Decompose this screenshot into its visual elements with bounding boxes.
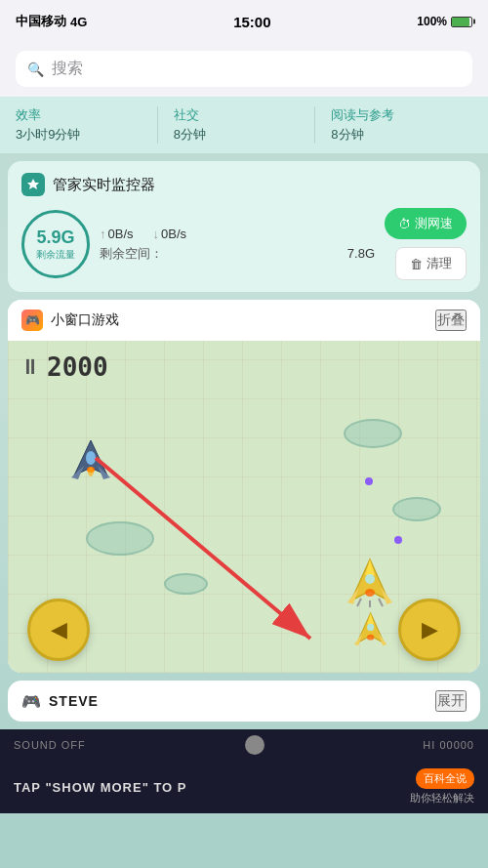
game-controls: ◀ ▶	[8, 599, 480, 661]
right-controls: ▶	[351, 599, 461, 661]
badge-area: 百科全说 助你轻松解决	[410, 768, 474, 806]
clean-button[interactable]: 🗑 清理	[395, 247, 467, 280]
search-input[interactable]: 🔍 搜索	[16, 51, 472, 87]
battery-icon	[451, 17, 472, 27]
speed-btn-label: 测网速	[415, 215, 453, 232]
left-button[interactable]: ◀	[27, 599, 90, 661]
game-status-bar: SOUND OFF HI 00000	[0, 729, 488, 761]
circle-label: 剩余流量	[36, 248, 75, 262]
speed-row: 0B/s 0B/s	[100, 227, 375, 241]
game-title-row: 🎮 小窗口游戏	[21, 310, 119, 331]
status-left: 中国移动 4G	[16, 13, 87, 30]
clean-btn-label: 清理	[427, 255, 452, 272]
space-row: 剩余空间： 7.8G	[100, 245, 375, 263]
stat-social: 社交 8分钟	[157, 106, 315, 144]
speed-test-button[interactable]: ⏱ 测网速	[385, 208, 467, 239]
stats-row: 效率 3小时9分钟 社交 8分钟 阅读与参考 8分钟	[0, 97, 488, 153]
clean-icon: 🗑	[410, 257, 423, 271]
battery-percent: 100%	[417, 15, 447, 28]
speed-down: 0B/s	[153, 227, 187, 241]
score-display: ⏸ 2000	[20, 352, 108, 382]
monitor-icon	[21, 173, 45, 196]
stat-social-label: 社交	[174, 106, 315, 124]
stat-reading-value: 8分钟	[331, 126, 472, 144]
monitor-title: 管家实时监控器	[53, 176, 155, 194]
dot-1	[365, 477, 373, 485]
game-app-icon: 🎮	[21, 310, 43, 331]
collapse-button[interactable]: 折叠	[435, 310, 467, 331]
circle-value: 5.9G	[36, 227, 74, 248]
steve-icon: 🎮	[21, 692, 41, 711]
stat-reading: 阅读与参考 8分钟	[314, 106, 472, 144]
svg-point-12	[365, 574, 375, 584]
tap-more-text: TAP "SHOW MORE" TO P	[14, 780, 187, 795]
stat-reading-label: 阅读与参考	[331, 106, 472, 124]
stat-efficiency-value: 3小时9分钟	[16, 126, 157, 144]
monitor-card: 管家实时监控器 5.9G 剩余流量 0B/s 0B/s 剩余空间： 7.8G ⏱…	[8, 161, 480, 292]
stat-efficiency-label: 效率	[16, 106, 157, 124]
game-title: 小窗口游戏	[51, 311, 119, 329]
monitor-stats: 0B/s 0B/s 剩余空间： 7.8G	[100, 227, 375, 263]
monitor-actions: ⏱ 测网速 🗑 清理	[385, 208, 467, 280]
steve-widget: 🎮 STEVE 展开	[8, 681, 480, 722]
search-bar-container: 🔍 搜索	[0, 43, 488, 97]
speed-icon: ⏱	[398, 217, 411, 231]
data-circle: 5.9G 剩余流量	[21, 210, 90, 278]
search-placeholder: 搜索	[52, 59, 83, 79]
search-icon: 🔍	[27, 62, 44, 77]
sound-off-text: SOUND OFF	[14, 739, 86, 751]
game-widget: 🎮 小窗口游戏 折叠 ⏸ 2000	[8, 300, 480, 673]
status-time: 15:00	[233, 14, 270, 30]
expand-label: 展开	[437, 692, 465, 708]
expand-button[interactable]: 展开	[435, 690, 467, 712]
monitor-header: 管家实时监控器	[21, 173, 467, 196]
steve-left: 🎮 STEVE	[21, 692, 99, 711]
space-value: 7.8G	[347, 246, 375, 261]
dot-2	[394, 536, 402, 544]
enemy-ship	[344, 556, 392, 604]
hi-score-text: HI 00000	[423, 739, 474, 751]
tap-more-row: TAP "SHOW MORE" TO P 百科全说 助你轻松解决	[0, 761, 488, 813]
status-circle	[245, 735, 264, 755]
ufo-1	[344, 419, 402, 448]
score-text: 2000	[47, 352, 108, 382]
status-right: 100%	[417, 15, 472, 28]
network-text: 4G	[70, 15, 87, 29]
shuttle-icon	[351, 608, 390, 651]
stat-efficiency: 效率 3小时9分钟	[16, 106, 157, 144]
game-canvas[interactable]: ⏸ 2000	[8, 341, 480, 673]
svg-point-22	[367, 635, 374, 641]
space-label: 剩余空间：	[100, 245, 163, 263]
svg-point-13	[365, 589, 375, 597]
ufo-2	[392, 497, 441, 521]
helper-text: 助你轻松解决	[410, 791, 474, 806]
monitor-body: 5.9G 剩余流量 0B/s 0B/s 剩余空间： 7.8G ⏱ 测网速 🗑 清…	[21, 208, 467, 280]
stat-social-value: 8分钟	[174, 126, 315, 144]
game-header: 🎮 小窗口游戏 折叠	[8, 300, 480, 341]
speed-up: 0B/s	[100, 227, 134, 241]
steve-name: STEVE	[49, 693, 99, 709]
status-bar: 中国移动 4G 15:00 100%	[0, 0, 488, 43]
collapse-label: 折叠	[437, 311, 465, 327]
baike-badge: 百科全说	[416, 768, 474, 789]
svg-point-21	[367, 624, 374, 631]
carrier-text: 中国移动	[16, 13, 66, 30]
right-button[interactable]: ▶	[398, 599, 461, 661]
pause-icon: ⏸	[20, 354, 41, 380]
